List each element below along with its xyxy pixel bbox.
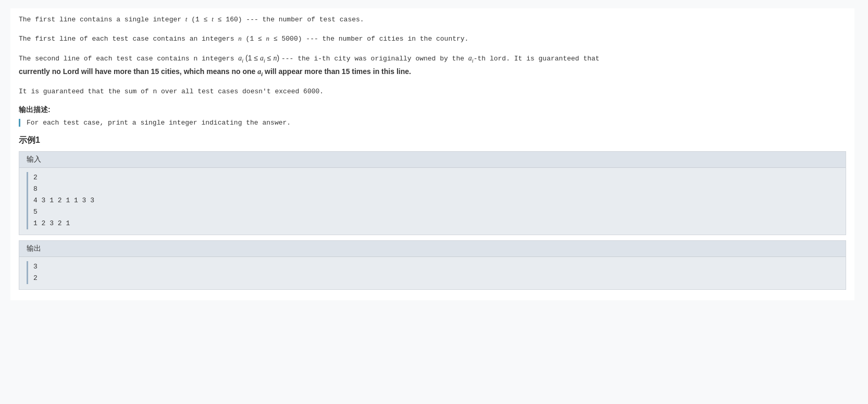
p3-constraint: (1 ≤ ai ≤ n) <box>245 54 279 62</box>
p2-var: n <box>238 34 242 42</box>
p2-post: --- the number of cities in the country. <box>306 35 468 43</box>
p3-var: ai <box>238 54 243 62</box>
output-content-inner: 3 2 <box>27 261 838 284</box>
output-box: 输出 3 2 <box>19 240 846 290</box>
p4-text: It is guaranteed that the sum of n over … <box>19 88 324 95</box>
input-line-1: 2 <box>33 172 838 183</box>
output-block: For each test case, print a single integ… <box>19 119 846 127</box>
p1-var: t <box>185 15 188 23</box>
input-box: 输入 2 8 4 3 1 2 1 1 3 3 5 1 2 3 2 1 <box>19 151 846 235</box>
paragraph-2: The first line of each test case contain… <box>19 33 846 45</box>
p3-mid: --- the i-th city was originally owned b… <box>281 55 468 63</box>
output-content: 3 2 <box>19 257 846 289</box>
p2-pre: The first line of each test case contain… <box>19 35 238 43</box>
output-desc-title: 输出描述: <box>19 105 846 115</box>
input-content: 2 8 4 3 1 2 1 1 3 3 5 1 2 3 2 1 <box>19 168 846 235</box>
output-label: 输出 <box>19 241 846 257</box>
paragraph-1: The first line contains a single integer… <box>19 14 846 26</box>
p2-constraint: (1 ≤ n ≤ 5000) <box>246 35 302 43</box>
input-content-inner: 2 8 4 3 1 2 1 1 3 3 5 1 2 3 2 1 <box>27 172 838 229</box>
input-line-3: 4 3 1 2 1 1 3 3 <box>33 195 838 206</box>
output-line-1: 3 <box>33 261 838 273</box>
example-title: 示例1 <box>19 135 846 146</box>
p1-pre: The first line contains a single integer <box>19 16 185 23</box>
p3-lord: ai <box>468 54 474 62</box>
p1-constraint: (1 ≤ t ≤ 160) <box>191 16 242 23</box>
output-line-2: 2 <box>33 273 838 284</box>
output-desc-content: For each test case, print a single integ… <box>27 119 846 127</box>
p3-post: -th lord. It is guaranteed that <box>474 55 600 63</box>
p1-post: --- the number of test cases. <box>246 16 364 23</box>
p3-bold: currently no Lord will have more than 15… <box>19 67 411 76</box>
input-line-4: 5 <box>33 206 838 218</box>
p3-pre: The second line of each test case contai… <box>19 55 238 63</box>
input-line-5: 1 2 3 2 1 <box>33 218 838 229</box>
paragraph-4: It is guaranteed that the sum of n over … <box>19 86 846 97</box>
input-label: 输入 <box>19 152 846 168</box>
paragraph-3: The second line of each test case contai… <box>19 52 846 79</box>
input-line-2: 8 <box>33 183 838 195</box>
content-area: The first line contains a single integer… <box>10 8 854 300</box>
